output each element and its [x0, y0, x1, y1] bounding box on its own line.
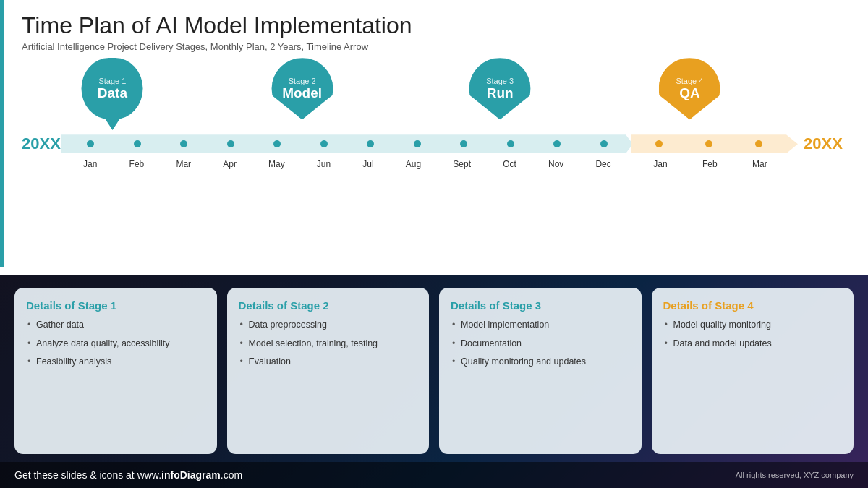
month-mar: Mar	[176, 159, 191, 169]
arrow-bar-row: 20XX	[22, 134, 846, 153]
stage-3-number: Stage 3	[486, 77, 514, 85]
page-title: Time Plan of AI Model Implementation	[22, 13, 846, 38]
card-4-item-1: Model quality monitoring	[663, 319, 843, 332]
month-mar2: Mar	[752, 159, 767, 169]
stage-4-number: Stage 4	[676, 77, 703, 85]
dot-may	[273, 140, 281, 147]
stage-1-name: Data	[98, 85, 127, 101]
dot-feb	[134, 140, 141, 147]
year-right: 20XX	[804, 134, 843, 153]
card-2-title: Details of Stage 2	[239, 299, 418, 312]
card-4-item-2: Data and model updates	[663, 338, 843, 351]
dot-mar2	[755, 140, 762, 147]
card-3-item-1: Model implementation	[451, 319, 630, 332]
stage-2-card: Details of Stage 2 Data preprocessing Mo…	[227, 288, 430, 454]
month-jul: Jul	[362, 159, 373, 169]
page-subtitle: Artificial Intelligence Project Delivery…	[22, 41, 846, 52]
dot-nov	[553, 140, 561, 147]
month-sept: Sept	[453, 159, 471, 169]
month-feb: Feb	[129, 159, 145, 169]
months-row: Jan Feb Mar Apr May Jun Jul Aug Sept Oct…	[61, 159, 846, 169]
card-1-title: Details of Stage 1	[26, 299, 205, 312]
card-4-title: Details of Stage 4	[663, 299, 843, 312]
card-1-list: Gather data Analyze data quality, access…	[26, 319, 205, 369]
dot-jul	[367, 140, 374, 147]
card-1-item-1: Gather data	[26, 319, 205, 332]
arrow-teal	[61, 134, 633, 153]
card-2-item-2: Model selection, training, testing	[239, 338, 418, 351]
month-dec: Dec	[595, 159, 610, 169]
stage-4-card: Details of Stage 4 Model quality monitor…	[652, 288, 854, 454]
dot-mar	[180, 140, 187, 147]
stage-1-pin: Stage 1 Data	[82, 58, 143, 119]
stage-pins: Stage 1 Data Stage 2 Model Stage 3 Run	[22, 58, 846, 145]
stage-3-pin: Stage 3 Run	[469, 58, 531, 119]
stage-1-pin-body: Stage 1 Data	[82, 58, 143, 119]
card-2-list: Data preprocessing Model selection, trai…	[239, 319, 418, 369]
month-jan: Jan	[83, 159, 97, 169]
dot-feb2	[705, 140, 712, 147]
card-3-title: Details of Stage 3	[451, 299, 630, 312]
month-nov: Nov	[548, 159, 563, 169]
stage-1-number: Stage 1	[98, 77, 126, 85]
dot-jun	[320, 140, 328, 147]
card-1-item-2: Analyze data quality, accessibility	[26, 338, 205, 351]
card-4-list: Model quality monitoring Data and model …	[663, 319, 843, 350]
month-may: May	[268, 159, 285, 169]
stage-3-name: Run	[487, 85, 514, 101]
month-apr: Apr	[223, 159, 237, 169]
month-oct: Oct	[503, 159, 516, 169]
stage-4-pin: Stage 4 QA	[659, 58, 720, 119]
stage-3-pin-body: Stage 3 Run	[469, 58, 531, 119]
stage-3-card: Details of Stage 3 Model implementation …	[439, 288, 642, 454]
footer-brand: infoDiagram	[161, 469, 221, 481]
stage-4-name: QA	[679, 85, 700, 101]
timeline-section: Stage 1 Data Stage 2 Model Stage 3 Run	[0, 58, 868, 174]
month-feb2: Feb	[702, 159, 718, 169]
dot-oct	[507, 140, 514, 147]
card-3-item-3: Quality monitoring and updates	[451, 356, 630, 369]
bottom-section: Details of Stage 1 Gather data Analyze d…	[0, 275, 868, 488]
footer-right: All rights reserved, XYZ company	[736, 471, 854, 479]
month-jan2: Jan	[653, 159, 667, 169]
card-1-item-3: Feasibility analysis	[26, 356, 205, 369]
card-2-item-1: Data preprocessing	[239, 319, 418, 332]
footer-text: Get these slides & icons at www.infoDiag…	[14, 469, 242, 481]
arrow-orange	[631, 134, 798, 153]
card-3-item-2: Documentation	[451, 338, 630, 351]
month-aug: Aug	[406, 159, 421, 169]
stage-2-number: Stage 2	[289, 77, 316, 85]
dot-dec	[600, 140, 608, 147]
card-3-list: Model implementation Documentation Quali…	[451, 319, 630, 369]
left-accent-bar	[0, 0, 4, 267]
dot-apr	[227, 140, 234, 147]
month-jun: Jun	[317, 159, 331, 169]
cards-row: Details of Stage 1 Gather data Analyze d…	[14, 288, 854, 454]
stage-4-pin-body: Stage 4 QA	[659, 58, 720, 119]
stage-2-pin: Stage 2 Model	[271, 58, 333, 119]
card-2-item-3: Evaluation	[239, 356, 418, 369]
dot-jan	[87, 140, 94, 147]
year-left: 20XX	[22, 134, 61, 153]
stage-2-pin-body: Stage 2 Model	[271, 58, 333, 119]
header-section: Time Plan of AI Model Implementation Art…	[0, 0, 868, 52]
stage-1-card: Details of Stage 1 Gather data Analyze d…	[14, 288, 217, 454]
dot-jan2	[655, 140, 663, 147]
dot-aug	[414, 140, 421, 147]
stage-2-name: Model	[282, 85, 322, 101]
dot-sept	[460, 140, 467, 147]
footer-bar: Get these slides & icons at www.infoDiag…	[0, 462, 868, 488]
